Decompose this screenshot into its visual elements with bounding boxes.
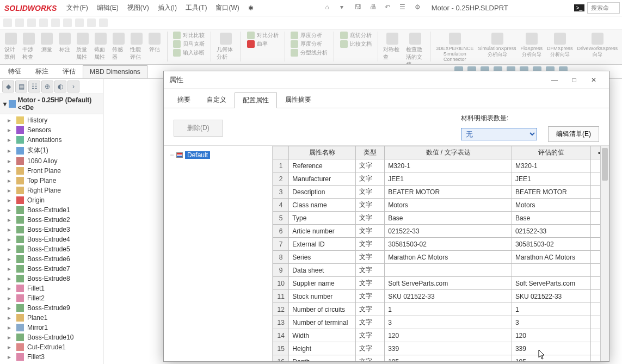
cell-eval[interactable]: 30581503-02 (512, 238, 590, 251)
cell-value[interactable]: 3 (385, 316, 512, 329)
table-row[interactable]: 9Data sheet文字 (273, 264, 609, 277)
cell-type[interactable]: 文字 (355, 186, 384, 199)
expand-icon[interactable]: ▸ (8, 206, 13, 214)
cell-eval[interactable]: JEE1 (512, 172, 590, 186)
expand-icon[interactable]: ▸ (8, 167, 13, 175)
row-number[interactable]: 8 (273, 251, 289, 264)
ribbon-dfmxpress[interactable]: DFMXpress 分析向导 (546, 32, 574, 59)
menu-more-icon[interactable]: ✱ (244, 4, 258, 12)
menu-file[interactable]: 文件(F) (62, 3, 92, 13)
expand-icon[interactable]: ▸ (8, 196, 13, 204)
expand-icon[interactable]: ▸ (8, 324, 13, 331)
ribbon-check-active[interactable]: 检查激活的文档 (405, 32, 426, 65)
tab-summary[interactable]: 摘要 (169, 92, 199, 108)
delete-button[interactable]: 删除(D) (174, 120, 223, 137)
more-tab-icon[interactable]: › (67, 81, 79, 92)
cell-value[interactable] (385, 264, 512, 277)
expand-icon[interactable]: ▸ (8, 236, 13, 243)
cell-name[interactable]: Stock number (289, 290, 355, 303)
table-row[interactable]: 2Manufacturer文字JEE1JEE1 (273, 172, 609, 186)
row-number[interactable]: 4 (273, 199, 289, 212)
expand-icon[interactable]: ▸ (8, 136, 13, 144)
tab-evaluate[interactable]: 评估 (56, 64, 83, 79)
tree-item[interactable]: ▸实体(1) (2, 145, 103, 156)
tree-item[interactable]: ▸Right Plane (2, 186, 103, 195)
expand-icon[interactable]: ▸ (8, 294, 13, 302)
tree-item[interactable]: ▸Boss-Extrude3 (2, 225, 103, 235)
property-manager-tab-icon[interactable]: ▤ (15, 81, 27, 92)
feature-tree[interactable]: ▸History▸Sensors▸Annotations▸实体(1)▸1060 … (0, 114, 103, 364)
cell-value[interactable]: M320-1 (385, 159, 512, 172)
cell-type[interactable]: 文字 (355, 355, 384, 362)
display-manager-tab-icon[interactable]: ◐ (54, 81, 66, 92)
expand-icon[interactable]: ▸ (8, 147, 13, 155)
tree-item[interactable]: ▸Fillet2 (2, 293, 103, 303)
cell-type[interactable]: 文字 (355, 264, 384, 277)
cell-eval[interactable]: 120 (512, 329, 590, 342)
expand-icon[interactable]: ▸ (8, 334, 13, 341)
table-row[interactable]: 7External ID文字30581503-0230581503-02 (273, 238, 609, 251)
cell-type[interactable]: 文字 (355, 238, 384, 251)
ribbon-cmd[interactable]: 曲率 (247, 40, 279, 48)
expand-icon[interactable]: ▸ (8, 343, 13, 351)
qat-icon[interactable] (75, 18, 84, 27)
tab-features[interactable]: 特征 (1, 64, 28, 79)
qat-icon[interactable] (3, 18, 12, 27)
cell-name[interactable]: Type (289, 212, 355, 225)
cell-type[interactable]: 文字 (355, 199, 384, 212)
tab-custom[interactable]: 自定义 (199, 92, 235, 108)
table-row[interactable]: 3Description文字BEATER MOTORBEATER MOTOR (273, 186, 609, 199)
cell-name[interactable]: Description (289, 186, 355, 199)
expand-icon[interactable]: ▸ (8, 187, 13, 194)
tree-item[interactable]: ▸Front Plane (2, 166, 103, 176)
expand-icon[interactable]: ▸ (8, 245, 13, 253)
config-item[interactable]: ┈ Default (168, 150, 268, 160)
tab-prop-summary[interactable]: 属性摘要 (277, 92, 319, 108)
cell-name[interactable]: Manufacturer (289, 172, 355, 186)
row-number[interactable]: 10 (273, 277, 289, 290)
tree-item[interactable]: ▸Cut-Extrude1 (2, 342, 103, 352)
scrollbar[interactable] (600, 146, 609, 361)
cell-value[interactable]: 30581503-02 (385, 238, 512, 251)
cell-value[interactable]: BEATER MOTOR (385, 186, 512, 199)
dimxpert-tab-icon[interactable]: ⊕ (41, 81, 53, 92)
table-row[interactable]: 13Number of terminal文字33 (273, 316, 609, 329)
table-row[interactable]: 10Supplier name文字Soft ServeParts.comSoft… (273, 277, 609, 290)
ribbon-dimension[interactable]: 标注 (57, 32, 73, 54)
cell-value[interactable]: 105 (385, 355, 512, 362)
save-icon[interactable]: 🖫 (355, 3, 365, 13)
tree-root[interactable]: ▾ Motor - 0.25HP (Default) <<De (0, 94, 103, 114)
tree-item[interactable]: ▸Boss-Extrude6 (2, 254, 103, 264)
expand-icon[interactable]: ▸ (8, 177, 13, 184)
tree-item[interactable]: ▸Annotations (2, 135, 103, 145)
ribbon-sensor[interactable]: 传感器 (111, 32, 127, 62)
qat-icon[interactable] (99, 18, 108, 27)
tab-annotations[interactable]: 标注 (28, 64, 56, 79)
table-row[interactable]: 1Reference文字M320-1M320-1 (273, 159, 609, 172)
cell-eval[interactable] (512, 264, 590, 277)
cell-name[interactable]: External ID (289, 238, 355, 251)
cell-eval[interactable]: Soft ServeParts.com (512, 277, 590, 290)
table-row[interactable]: 14Width文字120120 (273, 329, 609, 342)
tree-item[interactable]: ▸Boss-Extrude5 (2, 244, 103, 254)
properties-grid[interactable]: 属性名称 类型 数值 / 文字表达 评估的值 ⚭ 1Reference文字M32… (273, 146, 609, 361)
cell-value[interactable]: Base (385, 212, 512, 225)
config-manager-tab-icon[interactable]: ☷ (28, 81, 40, 92)
qat-icon[interactable] (27, 18, 36, 27)
ribbon-simxpress[interactable]: SimulationXpress 分析向导 (477, 32, 518, 59)
ribbon-design-study[interactable]: 设计算例 (3, 32, 19, 62)
row-number[interactable]: 9 (273, 264, 289, 277)
tree-item[interactable]: ▸Fillet3 (2, 352, 103, 362)
cell-eval[interactable]: SKU 021522-33 (512, 290, 590, 303)
qat-icon[interactable] (51, 18, 60, 27)
tree-item[interactable]: ▸Origin (2, 195, 103, 205)
table-row[interactable]: 4Class name文字MotorsMotors (273, 199, 609, 212)
home-icon[interactable]: ⌂ (325, 3, 335, 13)
expand-icon[interactable]: ▸ (8, 126, 13, 134)
ribbon-perf-eval[interactable]: 性能评估 (129, 32, 145, 62)
header-value[interactable]: 数值 / 文字表达 (385, 146, 512, 159)
cell-eval[interactable]: 021522-33 (512, 225, 590, 238)
expand-icon[interactable]: ▸ (8, 255, 13, 263)
menu-insert[interactable]: 插入(I) (153, 3, 181, 13)
row-number[interactable]: 16 (273, 355, 289, 362)
